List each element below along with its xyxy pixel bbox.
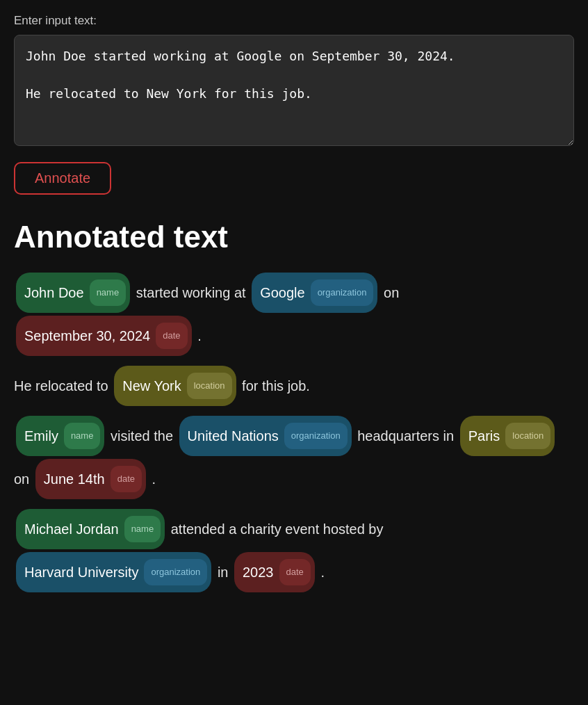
- entity-text: United Nations: [188, 418, 279, 454]
- entity-label-location: location: [187, 373, 232, 399]
- sentence-2: He relocated to New York location for th…: [14, 364, 574, 407]
- text-segment: on: [14, 471, 33, 487]
- text-segment: for this job.: [242, 378, 310, 394]
- input-label: Enter input text:: [14, 14, 574, 28]
- entity-paris: Paris location: [460, 416, 555, 456]
- entity-label-date: date: [156, 323, 187, 349]
- text-segment: in: [218, 565, 232, 580]
- entity-michael-jordan: Michael Jordan name: [16, 509, 165, 549]
- annotated-content: John Doe name started working at Google …: [14, 271, 574, 594]
- entity-text: 2023: [243, 554, 274, 590]
- entity-label-org: organization: [144, 559, 207, 585]
- text-segment: .: [197, 328, 202, 343]
- text-segment: on: [384, 285, 399, 300]
- entity-text: John Doe: [24, 275, 84, 311]
- entity-john-doe: John Doe name: [16, 273, 130, 313]
- entity-label-date: date: [111, 466, 142, 492]
- entity-sep30-2024: September 30, 2024 date: [16, 316, 192, 356]
- entity-harvard: Harvard University organization: [16, 552, 211, 592]
- entity-text: Michael Jordan: [24, 511, 119, 547]
- sentence-1: John Doe name started working at Google …: [14, 271, 574, 357]
- sentence-3: Emily name visited the United Nations or…: [14, 414, 574, 501]
- entity-label-org: organization: [311, 279, 374, 306]
- entity-label-name: name: [64, 423, 101, 449]
- entity-text: Emily: [24, 418, 58, 454]
- text-segment: attended a charity event hosted by: [171, 521, 384, 537]
- entity-label-date: date: [279, 559, 311, 585]
- text-segment: .: [320, 565, 325, 580]
- entity-united-nations: United Nations organization: [179, 416, 352, 456]
- entity-google: Google organization: [252, 273, 377, 313]
- entity-2023: 2023 date: [234, 552, 315, 592]
- entity-text: Google: [260, 275, 305, 311]
- entity-label-name: name: [124, 516, 161, 542]
- sentence-4: Michael Jordan name attended a charity e…: [14, 508, 574, 594]
- text-segment: .: [152, 471, 156, 487]
- text-segment: visited the: [111, 428, 177, 444]
- entity-text: New York: [122, 368, 181, 404]
- annotate-button[interactable]: Annotate: [14, 162, 111, 195]
- entity-label-location: location: [505, 423, 550, 449]
- entity-emily: Emily name: [16, 416, 104, 456]
- entity-june14th: June 14th date: [35, 459, 146, 499]
- entity-label-name: name: [90, 279, 126, 306]
- text-input[interactable]: John Doe started working at Google on Se…: [14, 35, 574, 146]
- text-segment: He relocated to: [14, 378, 112, 394]
- text-segment: headquarters in: [357, 428, 458, 444]
- entity-text: Harvard University: [24, 554, 138, 590]
- entity-text: June 14th: [44, 461, 105, 497]
- annotated-text-title: Annotated text: [14, 220, 574, 254]
- entity-text: September 30, 2024: [24, 318, 150, 354]
- entity-label-org: organization: [284, 423, 348, 449]
- entity-new-york: New York location: [114, 366, 236, 406]
- text-segment: started working at: [136, 285, 250, 300]
- entity-text: Paris: [468, 418, 500, 454]
